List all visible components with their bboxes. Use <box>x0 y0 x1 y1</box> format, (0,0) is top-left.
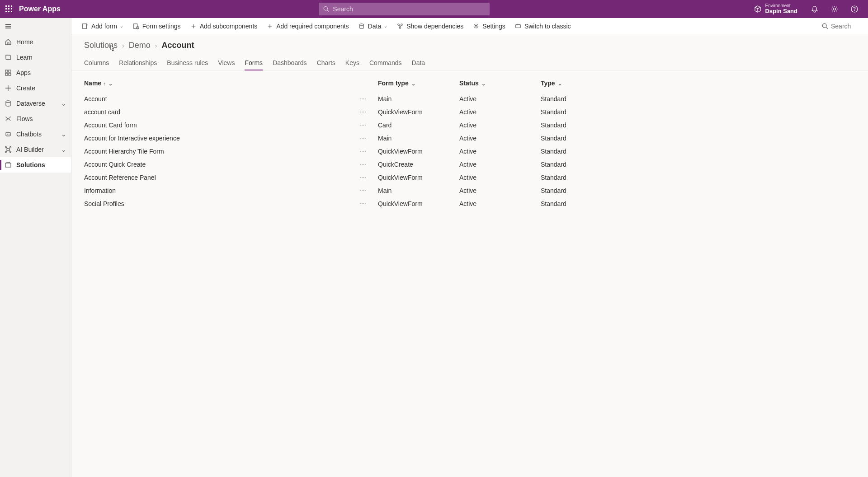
svg-rect-7 <box>8 11 9 12</box>
settings-icon[interactable] <box>826 0 844 18</box>
cell-name[interactable]: Account Card form <box>71 119 352 132</box>
command-search[interactable] <box>817 23 863 30</box>
cmd-label: Show dependencies <box>406 23 463 30</box>
cell-name[interactable]: Account Quick Create <box>71 158 352 171</box>
row-more-button[interactable]: ⋯ <box>352 171 374 184</box>
main: Add form⌄Form settingsAdd subcomponentsA… <box>71 18 868 477</box>
cmd-data[interactable]: Data⌄ <box>354 19 392 33</box>
row-more-button[interactable]: ⋯ <box>352 197 374 210</box>
cell-name[interactable]: account card <box>71 106 352 119</box>
tab-keys[interactable]: Keys <box>345 56 359 70</box>
table-row[interactable]: Social Profiles⋯QuickViewFormActiveStand… <box>71 197 868 210</box>
tab-views[interactable]: Views <box>218 56 235 70</box>
help-icon[interactable] <box>845 0 863 18</box>
environment-picker[interactable]: Environment Dspin Sand <box>748 3 804 15</box>
cmd-show-dependencies[interactable]: Show dependencies <box>392 19 468 33</box>
cmd-switch-to-classic[interactable]: Switch to classic <box>510 19 576 33</box>
forms-table: Name↑⌄ Form type⌄ Status⌄ Type⌄ <box>71 72 868 210</box>
cell-name[interactable]: Information <box>71 184 352 197</box>
cell-status: Active <box>456 184 537 197</box>
tab-forms[interactable]: Forms <box>245 56 263 70</box>
notifications-icon[interactable] <box>806 0 824 18</box>
svg-point-9 <box>324 7 327 10</box>
chatbots-icon <box>5 131 12 138</box>
tab-dashboards[interactable]: Dashboards <box>273 56 307 70</box>
cell-status: Active <box>456 106 537 119</box>
cell-formtype: QuickViewForm <box>374 145 456 158</box>
cell-status: Active <box>456 119 537 132</box>
cell-type: Standard <box>537 184 868 197</box>
breadcrumb-account: Account <box>161 41 194 50</box>
sidebar-item-apps[interactable]: Apps <box>0 65 71 80</box>
sidebar-item-flows[interactable]: Flows <box>0 111 71 126</box>
home-icon <box>5 38 12 46</box>
col-header-name[interactable]: Name↑⌄ <box>71 72 352 93</box>
svg-rect-1 <box>8 5 9 7</box>
sidebar-item-learn[interactable]: Learn <box>0 50 71 65</box>
col-header-formtype[interactable]: Form type⌄ <box>374 72 456 93</box>
table-row[interactable]: Account Reference Panel⋯QuickViewFormAct… <box>71 171 868 184</box>
sidebar-item-ai-builder[interactable]: AI Builder⌄ <box>0 142 71 157</box>
sidebar-item-dataverse[interactable]: Dataverse⌄ <box>0 96 71 111</box>
tab-data[interactable]: Data <box>412 56 425 70</box>
table-row[interactable]: Account Card form⋯CardActiveStandard <box>71 119 868 132</box>
global-search[interactable] <box>319 3 490 15</box>
hamburger-button[interactable] <box>0 18 71 34</box>
chevron-down-icon: ⌄ <box>558 81 562 86</box>
cell-type: Standard <box>537 171 868 184</box>
tab-business-rules[interactable]: Business rules <box>167 56 208 70</box>
cmd-form-settings[interactable]: Form settings <box>128 19 185 33</box>
table-row[interactable]: Account Hierarchy Tile Form⋯QuickViewFor… <box>71 145 868 158</box>
svg-rect-36 <box>516 24 521 28</box>
svg-rect-27 <box>5 163 11 167</box>
cmd-add-form[interactable]: Add form⌄ <box>77 19 128 33</box>
breadcrumb-solutions[interactable]: Solutions <box>84 41 118 50</box>
svg-rect-8 <box>11 11 12 12</box>
tab-commands[interactable]: Commands <box>369 56 402 70</box>
sidebar-item-home[interactable]: Home <box>0 34 71 50</box>
cmd-label: Add form <box>91 23 117 30</box>
command-search-input[interactable] <box>831 23 858 30</box>
cell-formtype: Main <box>374 184 456 197</box>
cell-name[interactable]: Account for Interactive experience <box>71 132 352 145</box>
cell-name[interactable]: Account <box>71 93 352 106</box>
col-header-status[interactable]: Status⌄ <box>456 72 537 93</box>
svg-rect-16 <box>5 73 8 75</box>
svg-rect-6 <box>5 11 7 12</box>
row-more-button[interactable]: ⋯ <box>352 93 374 106</box>
tab-relationships[interactable]: Relationships <box>119 56 157 70</box>
cmd-add-subcomponents[interactable]: Add subcomponents <box>185 19 262 33</box>
row-more-button[interactable]: ⋯ <box>352 158 374 171</box>
svg-rect-4 <box>8 8 9 9</box>
sidebar-item-solutions[interactable]: Solutions <box>0 157 71 173</box>
cell-name[interactable]: Social Profiles <box>71 197 352 210</box>
row-more-button[interactable]: ⋯ <box>352 145 374 158</box>
col-header-type[interactable]: Type⌄ <box>537 72 868 93</box>
row-more-button[interactable]: ⋯ <box>352 119 374 132</box>
table-row[interactable]: Account for Interactive experience⋯MainA… <box>71 132 868 145</box>
cmd-add-required-components[interactable]: Add required components <box>262 19 353 33</box>
svg-line-10 <box>327 10 329 12</box>
row-more-button[interactable]: ⋯ <box>352 132 374 145</box>
cmd-settings[interactable]: Settings <box>468 19 510 33</box>
table-row[interactable]: Account Quick Create⋯QuickCreateActiveSt… <box>71 158 868 171</box>
cell-formtype: QuickCreate <box>374 158 456 171</box>
tab-charts[interactable]: Charts <box>317 56 335 70</box>
cmd-label: Data <box>368 23 382 30</box>
sidebar-item-chatbots[interactable]: Chatbots⌄ <box>0 126 71 142</box>
sidebar-item-create[interactable]: Create <box>0 80 71 96</box>
row-more-button[interactable]: ⋯ <box>352 106 374 119</box>
row-more-button[interactable]: ⋯ <box>352 184 374 197</box>
table-row[interactable]: Information⋯MainActiveStandard <box>71 184 868 197</box>
waffle-icon[interactable] <box>0 0 18 18</box>
global-search-input[interactable] <box>333 5 485 13</box>
cell-name[interactable]: Account Reference Panel <box>71 171 352 184</box>
cell-type: Standard <box>537 132 868 145</box>
table-row[interactable]: account card⋯QuickViewFormActiveStandard <box>71 106 868 119</box>
app-title: Power Apps <box>19 5 61 13</box>
sidebar-item-label: Chatbots <box>16 131 42 138</box>
tab-columns[interactable]: Columns <box>84 56 109 70</box>
breadcrumb-demo[interactable]: Demo <box>129 41 151 50</box>
table-row[interactable]: Account⋯MainActiveStandard <box>71 93 868 106</box>
cell-name[interactable]: Account Hierarchy Tile Form <box>71 145 352 158</box>
